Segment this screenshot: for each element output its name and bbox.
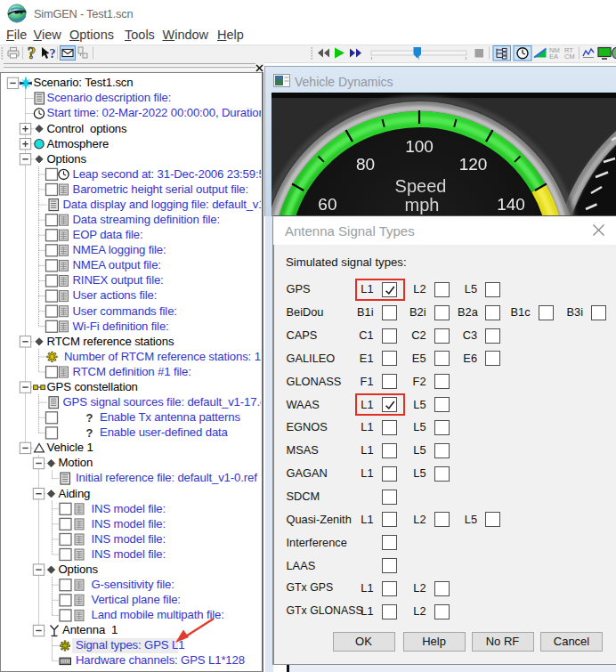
svg-text:?: ? [86, 426, 93, 440]
svg-text:140: 140 [497, 195, 525, 214]
svg-text:60: 60 [318, 195, 336, 214]
svg-text:Speed: Speed [395, 175, 447, 195]
svg-text:EA: EA [549, 53, 558, 61]
svg-text:mph: mph [405, 195, 440, 215]
svg-text:120: 120 [459, 154, 488, 173]
svg-text:CM: CM [564, 53, 575, 61]
svg-text:100: 100 [405, 137, 434, 156]
svg-text:?: ? [86, 411, 93, 425]
svg-text:80: 80 [356, 154, 375, 173]
